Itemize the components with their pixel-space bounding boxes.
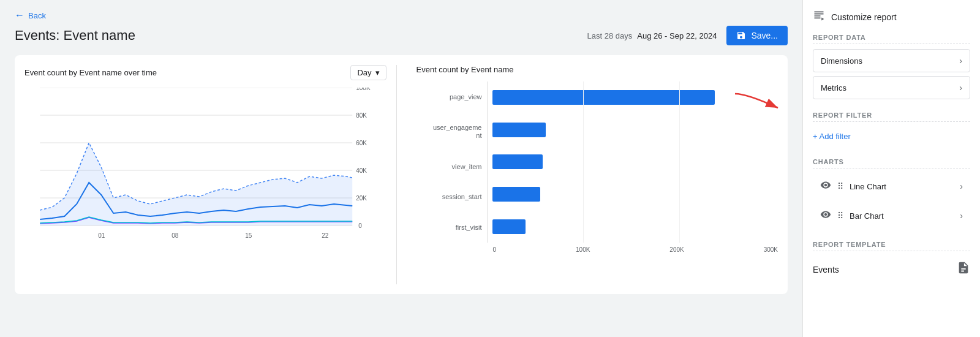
metrics-row[interactable]: Metrics ›	[813, 76, 970, 99]
back-link[interactable]: ← Back	[15, 10, 46, 21]
svg-text:100K: 100K	[356, 88, 371, 91]
svg-text:0: 0	[358, 222, 362, 229]
customize-report-icon	[813, 10, 825, 24]
bar-row-session-start	[492, 186, 778, 203]
bar-chart-title: Event count by Event name	[417, 65, 514, 74]
line-chart-label: Line Chart	[850, 182, 886, 191]
report-data-section: REPORT DATA Dimensions › Metrics ›	[813, 34, 970, 99]
save-label: Save...	[751, 31, 778, 40]
bar-row-user-engagement	[492, 121, 778, 138]
header-right: Last 28 days Aug 26 - Sep 22, 2024 Save.…	[587, 26, 788, 45]
back-arrow-icon: ←	[15, 10, 24, 21]
charts-section: CHARTS ⠿ Line Chart › ⠿ Bar Chart ›	[813, 158, 970, 229]
dimensions-row[interactable]: Dimensions ›	[813, 49, 970, 72]
report-data-section-label: REPORT DATA	[813, 34, 970, 44]
day-selector[interactable]: Day ▾	[350, 65, 386, 80]
bar-x-label-200k: 200K	[669, 246, 684, 253]
dimensions-chevron-icon: ›	[959, 56, 962, 66]
report-filter-section-label: REPORT FILTER	[813, 112, 970, 122]
line-chart-grid-icon: ⠿	[837, 181, 843, 191]
line-chart-svg: 100K 80K 60K 40K 20K 0 01 08 15 22	[24, 88, 386, 253]
bar-label-view-item: view_item	[417, 163, 482, 170]
save-icon	[736, 31, 746, 40]
panel-title-text: Customize report	[831, 12, 897, 22]
bar-chart-row-left: ⠿ Bar Chart	[820, 209, 884, 222]
dimensions-label: Dimensions	[821, 56, 862, 66]
add-filter-label: + Add filter	[813, 132, 851, 141]
bar-chart-header: Event count by Event name	[417, 65, 778, 74]
day-selector-label: Day	[357, 68, 371, 77]
svg-text:80K: 80K	[356, 112, 367, 119]
bar-x-label-0: 0	[493, 246, 497, 253]
bar-row-first-visit	[492, 218, 778, 235]
date-range-value: Aug 26 - Sep 22, 2024	[637, 31, 717, 40]
bar-chart-eye-icon	[820, 209, 831, 222]
bar-chart-grid-icon: ⠿	[837, 211, 843, 221]
svg-text:01: 01	[98, 232, 105, 239]
save-button[interactable]: Save...	[726, 26, 788, 45]
template-name: Events	[813, 265, 839, 275]
line-chart-header: Event count by Event name over time Day …	[24, 65, 386, 80]
svg-text:15: 15	[245, 232, 252, 239]
metrics-chevron-icon: ›	[959, 83, 962, 93]
charts-section-label: CHARTS	[813, 158, 970, 168]
svg-text:40K: 40K	[356, 167, 367, 174]
bar-row-view-item	[492, 153, 778, 170]
report-template-section-label: REPORT TEMPLATE	[813, 241, 970, 251]
line-chart-section: Event count by Event name over time Day …	[24, 65, 397, 284]
report-template-section: REPORT TEMPLATE Events	[813, 241, 970, 282]
svg-text:22: 22	[322, 232, 329, 239]
bar-label-page-view: page_view	[417, 93, 482, 100]
svg-text:20K: 20K	[356, 195, 367, 202]
line-chart-row-left: ⠿ Line Chart	[820, 180, 886, 193]
bar-label-first-visit: first_visit	[417, 224, 482, 231]
date-range: Last 28 days Aug 26 - Sep 22, 2024	[587, 31, 717, 40]
template-row: Events	[813, 256, 970, 282]
bar-row-page-view	[492, 89, 778, 106]
line-chart-eye-icon	[820, 180, 831, 193]
report-filter-section: REPORT FILTER + Add filter	[813, 112, 970, 146]
date-range-prefix: Last 28 days	[587, 31, 633, 40]
metrics-label: Metrics	[821, 83, 846, 93]
back-label: Back	[28, 11, 46, 20]
page-header: Events: Event name Last 28 days Aug 26 -…	[15, 26, 788, 45]
line-chart-title: Event count by Event name over time	[24, 68, 157, 77]
bar-x-label-100k: 100K	[576, 246, 590, 253]
svg-text:08: 08	[172, 232, 179, 239]
bar-label-user-engagement: user_engagement	[417, 124, 482, 140]
bar-label-session-start: session_start	[417, 193, 482, 200]
bar-chart-chevron-icon: ›	[960, 211, 963, 221]
bar-x-label-300k: 300K	[764, 246, 778, 253]
page-title: Events: Event name	[15, 28, 135, 44]
bar-chart-label: Bar Chart	[850, 211, 884, 221]
bar-chart-row[interactable]: ⠿ Bar Chart ›	[813, 203, 970, 229]
template-icon	[957, 261, 970, 278]
svg-text:60K: 60K	[356, 140, 367, 146]
bar-chart-section: Event count by Event name page_view user…	[407, 65, 778, 284]
add-filter-row[interactable]: + Add filter	[813, 127, 970, 146]
line-chart-row[interactable]: ⠿ Line Chart ›	[813, 173, 970, 199]
line-chart-chevron-icon: ›	[960, 181, 963, 191]
dropdown-chevron-icon: ▾	[375, 68, 380, 77]
panel-title: Customize report	[813, 10, 970, 24]
charts-area: Event count by Event name over time Day …	[15, 55, 788, 294]
right-panel: Customize report REPORT DATA Dimensions …	[802, 0, 980, 337]
